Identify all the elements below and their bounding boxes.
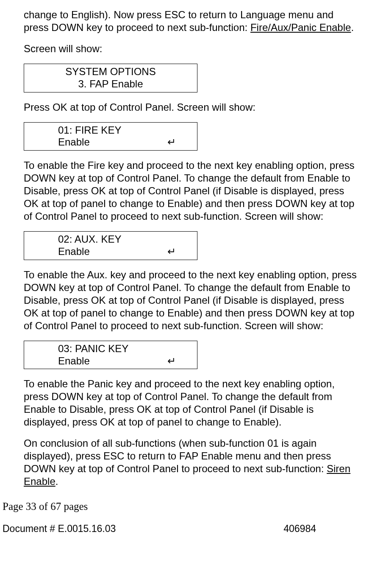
display-line1: 02: AUX. KEY [28, 233, 193, 246]
page-number: Page 33 of 67 pages [3, 500, 358, 513]
enable-label: Enable [58, 136, 90, 148]
document-code: 406984 [283, 523, 316, 535]
enable-label: Enable [58, 355, 90, 367]
display-line1: 01: FIRE KEY [28, 124, 193, 137]
return-icon: ↵ [167, 246, 176, 258]
intro-link: Fire/Aux/Panic Enable [250, 22, 351, 33]
conclusion-paragraph: On conclusion of all sub-functions (when… [24, 437, 358, 488]
return-icon: ↵ [167, 136, 176, 148]
intro-text-2: . [351, 22, 354, 33]
enable-label: Enable [58, 246, 90, 258]
display-line1: SYSTEM OPTIONS [28, 66, 193, 78]
display-box-fire-key: 01: FIRE KEY Enable ↵ [24, 122, 197, 151]
document-number: Document # E.0015.16.03 [3, 523, 116, 535]
display-box-system-options: SYSTEM OPTIONS 3. FAP Enable [24, 64, 197, 92]
display-line2: 3. FAP Enable [28, 78, 193, 90]
display-box-aux-key: 02: AUX. KEY Enable ↵ [24, 231, 197, 260]
intro-paragraph: change to English). Now press ESC to ret… [24, 8, 358, 34]
display-box-panic-key: 03: PANIC KEY Enable ↵ [24, 341, 197, 370]
conclusion-text-1: On conclusion of all sub-functions (when… [24, 437, 331, 474]
return-icon: ↵ [167, 355, 176, 367]
conclusion-text-2: . [56, 476, 58, 487]
fire-key-paragraph: To enable the Fire key and proceed to th… [24, 159, 358, 223]
press-ok-paragraph: Press OK at top of Control Panel. Screen… [24, 101, 358, 114]
screen-will-show-1: Screen will show: [24, 42, 358, 55]
aux-key-paragraph: To enable the Aux. key and proceed to th… [24, 269, 358, 332]
display-line1: 03: PANIC KEY [28, 343, 193, 355]
document-footer: Document # E.0015.16.03 406984 [3, 523, 316, 535]
panic-key-paragraph: To enable the Panic key and proceed to t… [24, 378, 358, 428]
